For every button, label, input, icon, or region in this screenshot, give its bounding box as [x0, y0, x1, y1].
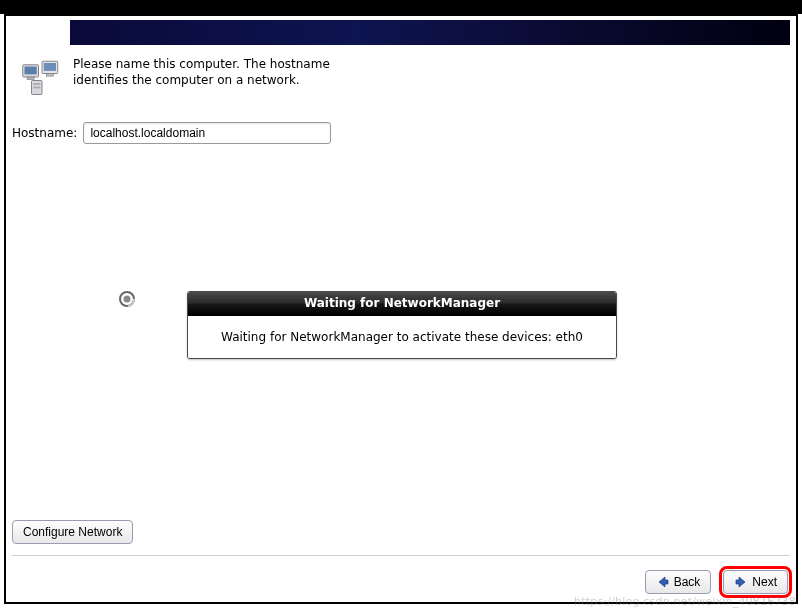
top-black-bar	[0, 0, 802, 14]
configure-network-button[interactable]: Configure Network	[12, 520, 133, 544]
hostname-input[interactable]	[83, 122, 331, 144]
dialog-body: Waiting for NetworkManager to activate t…	[188, 316, 616, 358]
back-label: Back	[674, 575, 701, 589]
arrow-left-icon	[656, 575, 670, 589]
dialog-title: Waiting for NetworkManager	[188, 292, 616, 316]
svg-rect-8	[33, 87, 40, 89]
svg-rect-7	[33, 83, 40, 85]
header-banner	[70, 20, 790, 45]
description-text: Please name this computer. The hostname …	[73, 56, 333, 88]
svg-rect-4	[44, 63, 56, 71]
network-wait-dialog: Waiting for NetworkManager Waiting for N…	[187, 291, 617, 359]
computer-icon	[21, 56, 63, 98]
next-button[interactable]: Next	[723, 570, 788, 594]
svg-point-11	[124, 296, 131, 303]
svg-rect-1	[25, 67, 37, 75]
hostname-label: Hostname:	[12, 126, 77, 140]
configure-network-label: Configure Network	[23, 525, 122, 539]
spinner-icon	[119, 291, 135, 307]
back-button[interactable]: Back	[645, 570, 712, 594]
hostname-row: Hostname:	[12, 122, 331, 144]
description-row: Please name this computer. The hostname …	[21, 56, 781, 98]
arrow-right-icon	[734, 575, 748, 589]
installer-frame: Please name this computer. The hostname …	[4, 14, 798, 604]
separator	[12, 555, 790, 556]
svg-rect-5	[46, 74, 53, 77]
nav-row: Back Next	[645, 570, 788, 594]
svg-rect-2	[27, 77, 34, 80]
next-label: Next	[752, 575, 777, 589]
